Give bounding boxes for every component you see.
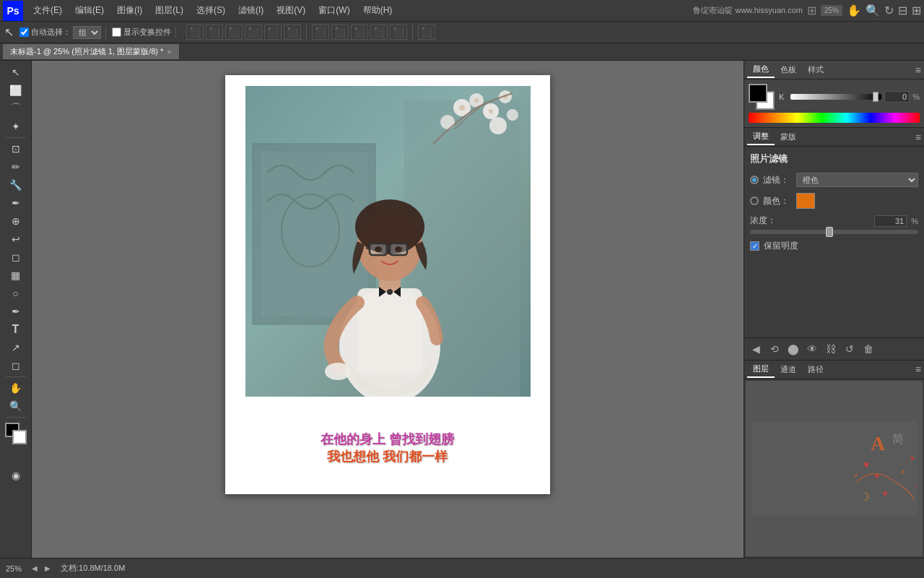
tab-adjustments[interactable]: 调整 xyxy=(747,129,775,145)
panel-btn-chain[interactable]: ⛓ xyxy=(822,341,840,357)
panel-btn-reset[interactable]: ⟲ xyxy=(766,341,783,357)
auto-select-dropdown[interactable]: 组 xyxy=(73,26,101,39)
tab-channels[interactable]: 通道 xyxy=(775,362,802,377)
tab-paths[interactable]: 路径 xyxy=(802,362,829,377)
eraser-tool[interactable]: ◻ xyxy=(5,249,27,266)
clone-stamp-tool[interactable]: ⊕ xyxy=(5,212,27,230)
adj-panel-title: 照片滤镜 xyxy=(750,152,918,165)
tab-layers[interactable]: 图层 xyxy=(747,361,775,378)
crop-tool[interactable]: ⊡ xyxy=(5,140,27,158)
extra-icon[interactable]: ⬛ xyxy=(418,25,435,40)
tab-color[interactable]: 颜色 xyxy=(747,61,775,78)
auto-select-checkbox[interactable] xyxy=(19,27,29,37)
nav-right-btn[interactable]: ▶ xyxy=(42,563,53,574)
color-spectrum-bar[interactable] xyxy=(749,113,920,123)
menu-select[interactable]: 选择(S) xyxy=(191,3,231,18)
svg-point-30 xyxy=(325,363,351,380)
menu-edit[interactable]: 编辑(E) xyxy=(69,3,110,18)
dodge-tool[interactable]: ○ xyxy=(5,285,27,302)
panel-btn-delete[interactable]: 🗑 xyxy=(860,341,877,357)
menu-icon-grid[interactable]: ⊞ xyxy=(807,4,816,17)
panel-btn-back[interactable]: ◀ xyxy=(747,341,764,357)
hand-tool[interactable]: ✋ xyxy=(5,379,27,397)
tab-styles[interactable]: 样式 xyxy=(802,62,829,77)
svg-point-27 xyxy=(375,246,382,252)
show-transform-checkbox[interactable] xyxy=(112,27,121,37)
align-center-icon[interactable]: ⬛ xyxy=(206,25,223,40)
move-tool[interactable]: ↖ xyxy=(5,64,27,81)
brush-tool[interactable]: ✒ xyxy=(5,194,27,212)
layers-panel-content: A 简 ♥ ♥ ♥ ☽ xyxy=(744,379,924,558)
hand-icon[interactable]: ✋ xyxy=(847,4,861,17)
preserve-luminosity-checkbox[interactable] xyxy=(750,241,759,251)
menu-file[interactable]: 文件(E) xyxy=(27,3,68,18)
color-panel-options-icon[interactable]: ≡ xyxy=(915,64,921,76)
distribute-icon5[interactable]: ⬛ xyxy=(390,25,407,40)
density-slider-track[interactable] xyxy=(750,230,918,234)
align-right-icon[interactable]: ⬛ xyxy=(225,25,243,40)
k-slider-track[interactable] xyxy=(790,94,881,100)
fg-bg-colors[interactable] xyxy=(5,423,27,444)
tab-title: 未标题-1 @ 25% (照片滤镜 1, 图层蒙版/8) * xyxy=(10,46,163,57)
auto-select-group: 自动选择： 组 xyxy=(19,26,106,39)
shape-tool[interactable]: ◻ xyxy=(5,357,27,374)
fg-bg-swatches[interactable] xyxy=(749,84,775,110)
align-top-icon[interactable]: ⬛ xyxy=(245,25,262,40)
distribute-icon3[interactable]: ⬛ xyxy=(351,25,368,40)
density-value-input[interactable]: 31 xyxy=(874,215,907,227)
eyedropper-tool[interactable]: ✏ xyxy=(5,158,27,176)
zoom-tool[interactable]: 🔍 xyxy=(5,397,27,415)
svg-text:☽: ☽ xyxy=(860,491,870,503)
rect-select-tool[interactable]: ⬜ xyxy=(5,82,27,99)
color-swatch[interactable] xyxy=(796,193,815,209)
zoom-icon[interactable]: 🔍 xyxy=(866,4,880,17)
svg-point-14 xyxy=(474,98,479,103)
move-tool-icon[interactable]: ↖ xyxy=(4,25,14,39)
align-bottom-icon[interactable]: ⬛ xyxy=(284,25,301,40)
color-radio[interactable] xyxy=(750,197,759,205)
menu-image[interactable]: 图像(I) xyxy=(111,3,148,18)
filter-select[interactable]: 橙色 暖色滤镜(85) 冷色滤镜(80) 红色 蓝色 xyxy=(796,173,918,187)
history-brush-tool[interactable]: ↩ xyxy=(5,230,27,248)
quick-mask-icon[interactable]: ◉ xyxy=(5,467,27,484)
lasso-tool[interactable]: ⌒ xyxy=(5,100,27,117)
align-left-icon[interactable]: ⬛ xyxy=(186,25,204,40)
nav-left-btn[interactable]: ◀ xyxy=(29,563,40,574)
canvas-area[interactable]: 在他的身上 曾找到翅膀 我也想他 我们都一样 xyxy=(32,61,744,558)
align-mid-icon[interactable]: ⬛ xyxy=(264,25,282,40)
filter-radio[interactable] xyxy=(750,176,759,184)
view-icon[interactable]: ⊟ xyxy=(898,4,907,17)
layers-options-icon[interactable]: ≡ xyxy=(915,363,921,375)
menu-help[interactable]: 帮助(H) xyxy=(357,3,398,18)
spot-heal-tool[interactable]: 🔧 xyxy=(5,176,27,194)
panel-btn-eye[interactable]: 👁 xyxy=(803,341,821,357)
panel-btn-dot[interactable]: ⬤ xyxy=(785,341,802,357)
k-value-input[interactable]: 0 xyxy=(884,91,910,103)
tab-close-icon[interactable]: × xyxy=(167,48,171,56)
menu-window[interactable]: 窗口(W) xyxy=(313,3,355,18)
distribute-icon2[interactable]: ⬛ xyxy=(331,25,349,40)
view-icon2[interactable]: ⊞ xyxy=(912,4,921,17)
menu-filter[interactable]: 滤镜(I) xyxy=(232,3,269,18)
adj-panel-options-icon[interactable]: ≡ xyxy=(915,131,921,143)
magic-wand-tool[interactable]: ✦ xyxy=(5,118,27,135)
rotate-icon[interactable]: ↻ xyxy=(884,4,894,17)
k-slider-thumb[interactable] xyxy=(873,92,879,102)
density-row: 浓度： 31 % xyxy=(750,215,918,227)
document-tab[interactable]: 未标题-1 @ 25% (照片滤镜 1, 图层蒙版/8) * × xyxy=(3,44,180,59)
tab-masks[interactable]: 蒙版 xyxy=(775,129,802,144)
gradient-tool[interactable]: ▦ xyxy=(5,267,27,284)
svg-point-11 xyxy=(489,117,507,134)
distribute-icon1[interactable]: ⬛ xyxy=(312,25,329,40)
path-select-tool[interactable]: ↗ xyxy=(5,339,27,356)
density-slider-thumb[interactable] xyxy=(826,227,833,237)
fg-swatch[interactable] xyxy=(749,84,767,103)
menu-layer[interactable]: 图层(L) xyxy=(149,3,189,18)
background-color[interactable] xyxy=(12,430,27,444)
panel-btn-refresh[interactable]: ↺ xyxy=(841,341,858,357)
tab-swatches[interactable]: 色板 xyxy=(775,62,802,77)
text-tool[interactable]: T xyxy=(5,321,27,338)
distribute-icon4[interactable]: ⬛ xyxy=(370,25,388,40)
menu-view[interactable]: 视图(V) xyxy=(271,3,311,18)
pen-tool[interactable]: ✒ xyxy=(5,303,27,320)
